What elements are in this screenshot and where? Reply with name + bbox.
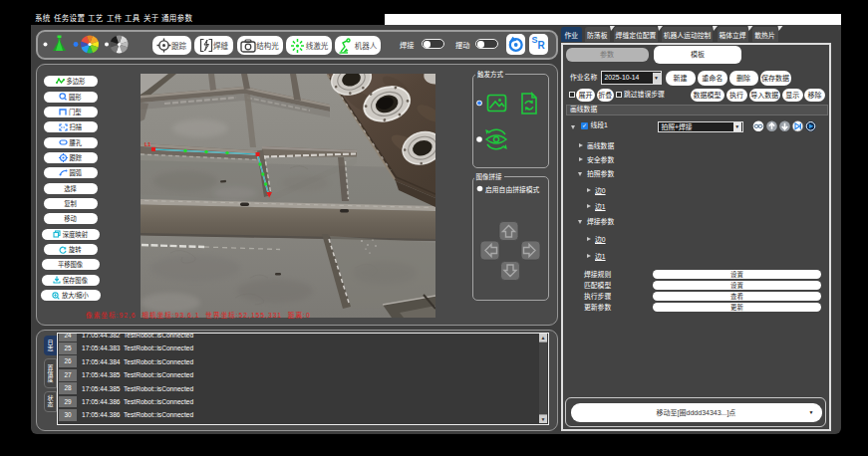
svg-text:L1: L1	[145, 141, 150, 147]
svg-text:启用自由拼接模式: 启用自由拼接模式	[485, 185, 540, 194]
